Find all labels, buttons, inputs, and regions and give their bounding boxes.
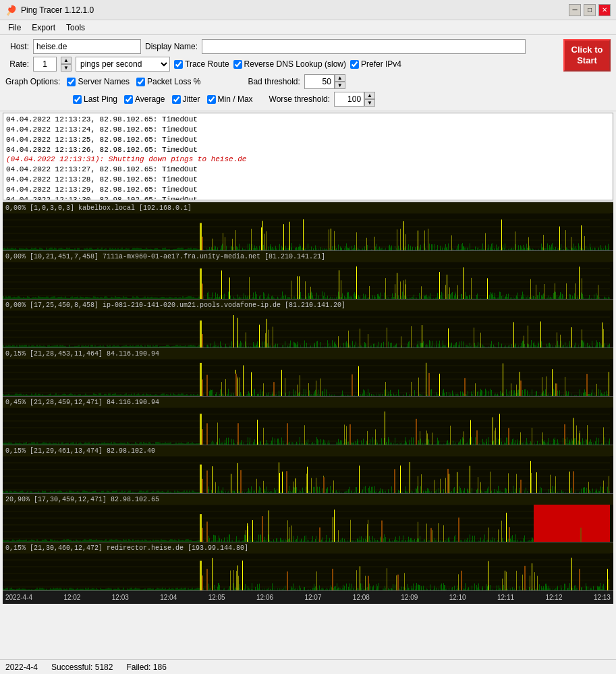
chart-label: 0,15% [21,29,461,13,474] 82.98.102.40 — [3, 445, 613, 456]
chart-body — [3, 505, 613, 542]
chart-body — [3, 310, 613, 347]
graph-options-label: Graph Options: — [5, 77, 60, 86]
server-names-label: Server Names — [78, 77, 130, 86]
chart-label: 0,00% [17,25,450,8,458] ip-081-210-141-0… — [3, 300, 613, 310]
chart-row: 0,45% [21,28,459,12,471] 84.116.190.94 — [3, 396, 613, 445]
toolbar: Host: Display Name: Rate: ▲ ▼ pings per … — [0, 35, 616, 111]
log-line: 04.04.2022 12:13:24, 82.98.102.65: Timed… — [6, 125, 610, 135]
last-ping-label: Last Ping — [84, 94, 117, 104]
last-ping-checkbox[interactable] — [73, 95, 82, 104]
rate-spinner[interactable]: ▲ ▼ — [61, 57, 72, 72]
rate-up-btn[interactable]: ▲ — [61, 57, 72, 64]
bad-threshold-down[interactable]: ▼ — [335, 82, 345, 89]
menu-tools[interactable]: Tools — [61, 22, 90, 34]
chart-row: 0,15% [21,30,460,12,472] redirector.heis… — [3, 542, 613, 590]
average-checkbox[interactable] — [124, 95, 133, 104]
bad-threshold-input[interactable] — [304, 74, 335, 89]
time-label: 12:07 — [304, 594, 321, 601]
host-input[interactable] — [33, 39, 141, 54]
chart-row: 20,90% [17,30,459,12,471] 82.98.102.65 — [3, 493, 613, 542]
chart-body — [3, 213, 613, 250]
reverse-dns-checkbox[interactable] — [233, 60, 242, 69]
title-bar: 🏓 Ping Tracer 1.12.1.0 ─ □ ✕ — [0, 0, 616, 20]
time-label: 12:05 — [208, 594, 225, 601]
time-label: 12:10 — [449, 594, 466, 601]
log-line: 04.04.2022 12:13:30, 82.98.102.65: Timed… — [6, 195, 610, 200]
trace-route-checkbox[interactable] — [174, 60, 183, 69]
rate-input[interactable] — [33, 57, 57, 72]
menu-export[interactable]: Export — [26, 22, 61, 34]
min-max-label: Min / Max — [218, 94, 253, 104]
status-bar: 2022-4-4 Successful: 5182 Failed: 186 — [0, 659, 616, 674]
time-label: 12:04 — [160, 594, 177, 601]
log-line: 04.04.2022 12:13:29, 82.98.102.65: Timed… — [6, 185, 610, 195]
last-ping-checkbox-label[interactable]: Last Ping — [73, 94, 117, 104]
chart-label: 0,45% [21,28,459,12,471] 84.116.190.94 — [3, 397, 613, 408]
rate-down-btn[interactable]: ▼ — [61, 64, 72, 72]
server-names-checkbox-label[interactable]: Server Names — [67, 77, 130, 86]
time-label: 12:13 — [594, 594, 611, 601]
chart-row: 0,00% [10,21,451,7,458] 7111a-mx960-01-a… — [3, 250, 613, 299]
reverse-dns-checkbox-label[interactable]: Reverse DNS Lookup (slow) — [233, 59, 346, 69]
log-line: (04.04.2022 12:13:31): Shutting down pin… — [6, 155, 610, 165]
log-line: 04.04.2022 12:13:28, 82.98.102.65: Timed… — [6, 175, 610, 185]
log-line: 04.04.2022 12:13:26, 82.98.102.65: Timed… — [6, 145, 610, 155]
average-checkbox-label[interactable]: Average — [124, 94, 165, 104]
packet-loss-checkbox[interactable] — [136, 78, 145, 86]
failed-label: Failed: 186 — [126, 663, 166, 672]
jitter-checkbox-label[interactable]: Jitter — [172, 94, 200, 104]
chart-label: 0,00% [1,0,3,0,3] kabelbox.local [192.16… — [3, 202, 613, 213]
chart-label: 20,90% [17,30,459,12,471] 82.98.102.65 — [3, 494, 613, 505]
app-icon: 🏓 — [5, 5, 17, 16]
time-label: 12:11 — [497, 594, 514, 601]
log-line: 04.04.2022 12:13:27, 82.98.102.65: Timed… — [6, 165, 610, 175]
chart-body — [3, 359, 613, 396]
chart-body — [3, 456, 613, 493]
log-line: 04.04.2022 12:13:23, 82.98.102.65: Timed… — [6, 115, 610, 125]
display-name-input[interactable] — [202, 39, 526, 54]
packet-loss-checkbox-label[interactable]: Packet Loss % — [136, 77, 200, 86]
min-max-checkbox[interactable] — [207, 95, 216, 104]
average-label: Average — [135, 94, 165, 104]
server-names-checkbox[interactable] — [67, 78, 76, 86]
time-label: 12:12 — [545, 594, 562, 601]
worse-threshold-up[interactable]: ▲ — [364, 92, 375, 99]
packet-loss-label: Packet Loss % — [147, 77, 200, 86]
chart-row: 0,00% [1,0,3,0,3] kabelbox.local [192.16… — [3, 202, 613, 250]
min-max-checkbox-label[interactable]: Min / Max — [207, 94, 253, 104]
chart-label: 0,15% [21,28,453,11,464] 84.116.190.94 — [3, 348, 613, 359]
rate-unit-select[interactable]: pings per second pings per minute — [76, 57, 170, 72]
prefer-ipv4-checkbox[interactable] — [350, 60, 359, 69]
close-button[interactable]: ✕ — [598, 4, 611, 16]
time-label: 12:09 — [401, 594, 418, 601]
chart-label: 0,15% [21,30,460,12,472] redirector.heis… — [3, 542, 613, 553]
trace-route-checkbox-label[interactable]: Trace Route — [174, 59, 229, 69]
trace-route-label: Trace Route — [185, 59, 229, 69]
bad-threshold-up[interactable]: ▲ — [335, 74, 345, 82]
time-label: 12:03 — [112, 594, 129, 601]
jitter-checkbox[interactable] — [172, 95, 181, 104]
chart-label: 0,00% [10,21,451,7,458] 7111a-mx960-01-a… — [3, 251, 613, 262]
time-label: 12:08 — [353, 594, 370, 601]
prefer-ipv4-checkbox-label[interactable]: Prefer IPv4 — [350, 59, 401, 69]
display-name-label: Display Name: — [145, 42, 198, 51]
worse-threshold-input[interactable] — [334, 92, 364, 107]
maximize-button[interactable]: □ — [584, 4, 596, 16]
app-title: Ping Tracer 1.12.1.0 — [21, 5, 94, 15]
time-axis-date: 2022-4-4 — [5, 594, 32, 601]
chart-body — [3, 408, 613, 445]
worse-threshold-down[interactable]: ▼ — [364, 99, 375, 107]
chart-body — [3, 553, 613, 590]
prefer-ipv4-label: Prefer IPv4 — [361, 59, 401, 69]
minimize-button[interactable]: ─ — [569, 4, 581, 16]
log-area[interactable]: 04.04.2022 12:13:23, 82.98.102.65: Timed… — [3, 113, 613, 200]
chart-body — [3, 262, 613, 299]
reverse-dns-label: Reverse DNS Lookup (slow) — [244, 59, 346, 69]
menu-file[interactable]: File — [3, 22, 26, 34]
start-button[interactable]: Click toStart — [563, 39, 611, 72]
chart-row: 0,15% [21,29,461,13,474] 82.98.102.40 — [3, 445, 613, 493]
chart-row: 0,15% [21,28,453,11,464] 84.116.190.94 — [3, 347, 613, 396]
chart-row: 0,00% [17,25,450,8,458] ip-081-210-141-0… — [3, 299, 613, 347]
menu-bar: File Export Tools — [0, 20, 616, 35]
host-label: Host: — [5, 42, 29, 51]
